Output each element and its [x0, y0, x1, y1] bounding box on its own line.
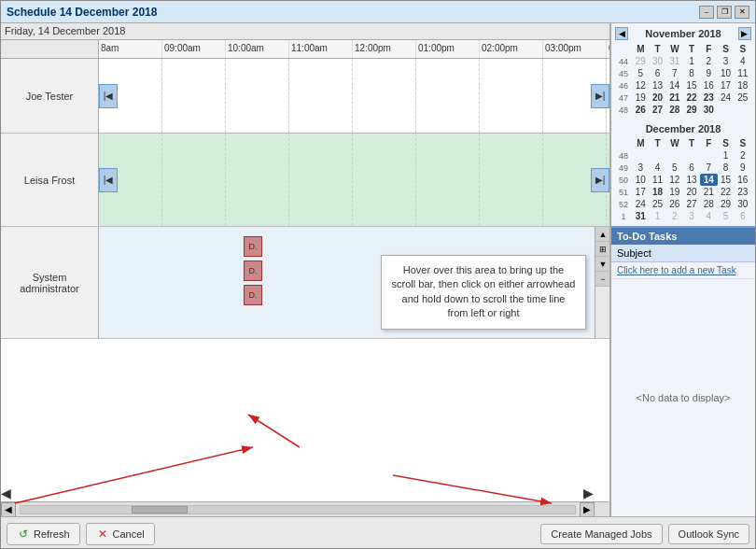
nov-next-btn[interactable]: ▶	[738, 27, 751, 40]
dec-30[interactable]: 30	[735, 198, 751, 210]
nov-30b[interactable]: 30	[700, 104, 717, 116]
nov-20[interactable]: 20	[650, 92, 666, 104]
dec-31[interactable]: 31	[632, 210, 649, 222]
h-scroll-left[interactable]: ◀	[1, 502, 16, 517]
leisa-schedule-cells[interactable]: |◀ ▶|	[99, 134, 609, 226]
nov-22[interactable]: 22	[683, 92, 700, 104]
dec-8[interactable]: 8	[718, 162, 735, 174]
dec-23[interactable]: 23	[735, 186, 751, 198]
dec-jan3[interactable]: 3	[683, 210, 700, 222]
dec-13[interactable]: 13	[683, 174, 700, 186]
nov-13[interactable]: 13	[650, 79, 666, 92]
joe-nav-right[interactable]: ▶|	[591, 84, 609, 108]
v-scroll-down[interactable]: ▼	[595, 257, 609, 272]
dec-15[interactable]: 15	[718, 174, 735, 186]
nov-11[interactable]: 11	[735, 67, 751, 79]
nov-18[interactable]: 18	[735, 79, 751, 92]
dec-jan4[interactable]: 4	[700, 210, 717, 222]
h-scroll-right[interactable]: ▶	[580, 502, 595, 517]
dec-9[interactable]: 9	[735, 162, 751, 174]
dec-jan2[interactable]: 2	[666, 210, 683, 222]
close-button[interactable]: ✕	[735, 6, 749, 19]
dec-24[interactable]: 24	[632, 198, 649, 210]
nov-10[interactable]: 10	[718, 67, 735, 79]
dec-jan1[interactable]: 1	[650, 210, 666, 222]
dec-4[interactable]: 4	[650, 162, 666, 174]
nov-23[interactable]: 23	[700, 92, 717, 104]
leisa-nav-left[interactable]: |◀	[99, 168, 118, 192]
dec-18[interactable]: 18	[650, 186, 666, 198]
dec-16[interactable]: 16	[735, 174, 751, 186]
leisa-nav-right[interactable]: ▶|	[591, 168, 609, 192]
outlook-sync-button[interactable]: Outlook Sync	[668, 524, 749, 544]
create-jobs-button[interactable]: Create Managed Jobs	[540, 524, 662, 544]
nov-14[interactable]: 14	[666, 79, 683, 92]
nov-31[interactable]: 31	[666, 55, 683, 67]
nov-3[interactable]: 3	[718, 55, 735, 67]
task-block-1[interactable]: D.	[244, 236, 262, 257]
dec-10[interactable]: 10	[632, 174, 649, 186]
minimize-button[interactable]: –	[699, 6, 714, 19]
h-scrollbar-thumb[interactable]	[132, 506, 188, 514]
dec-17[interactable]: 17	[632, 186, 649, 198]
joe-schedule-cells[interactable]: |◀ ▶|	[99, 59, 609, 133]
dec-22[interactable]: 22	[718, 186, 735, 198]
nov-17[interactable]: 17	[718, 79, 735, 92]
nov-21[interactable]: 21	[666, 92, 683, 104]
nov-29b[interactable]: 29	[683, 104, 700, 116]
dec-2[interactable]: 2	[735, 149, 751, 162]
dec-5[interactable]: 5	[666, 162, 683, 174]
restore-button[interactable]: ❐	[717, 6, 732, 19]
dec-29[interactable]: 29	[718, 198, 735, 210]
v-scroll-expand[interactable]: ⊞	[595, 242, 609, 257]
dec-28[interactable]: 28	[700, 198, 717, 210]
dec-14-today[interactable]: 14	[700, 174, 717, 186]
nov-16[interactable]: 16	[700, 79, 717, 92]
dec-19[interactable]: 19	[666, 186, 683, 198]
dec-1[interactable]: 1	[718, 149, 735, 162]
nov-19[interactable]: 19	[632, 92, 649, 104]
nov-26[interactable]: 26	[632, 104, 649, 116]
nov-28[interactable]: 28	[666, 104, 683, 116]
dec-7[interactable]: 7	[700, 162, 717, 174]
nov-24[interactable]: 24	[718, 92, 735, 104]
todo-add-task[interactable]: Click here to add a new Task	[611, 262, 755, 279]
nov-27[interactable]: 27	[650, 104, 666, 116]
nov-2[interactable]: 2	[700, 55, 717, 67]
sysadmin-schedule-cells[interactable]: D. D. D. Hover over this area to bring u…	[99, 227, 609, 338]
nov-8[interactable]: 8	[683, 67, 700, 79]
dec-11[interactable]: 11	[650, 174, 666, 186]
nov-6[interactable]: 6	[650, 67, 666, 79]
nov-12[interactable]: 12	[632, 79, 649, 92]
joe-nav-left[interactable]: |◀	[99, 84, 118, 108]
dec-25[interactable]: 25	[650, 198, 666, 210]
v-scroll-minus[interactable]: −	[595, 272, 609, 287]
nov-25[interactable]: 25	[735, 92, 751, 104]
nov-29[interactable]: 29	[632, 55, 649, 67]
dec-21[interactable]: 21	[700, 186, 717, 198]
nov-7[interactable]: 7	[666, 67, 683, 79]
dec-20[interactable]: 20	[683, 186, 700, 198]
nov-prev-btn[interactable]: ◀	[615, 27, 628, 40]
dec-27[interactable]: 27	[683, 198, 700, 210]
nov-30[interactable]: 30	[650, 55, 666, 67]
task-block-3[interactable]: D.	[244, 285, 262, 305]
nov-9[interactable]: 9	[700, 67, 717, 79]
dec-jan5[interactable]: 5	[718, 210, 735, 222]
dec-26[interactable]: 26	[666, 198, 683, 210]
dec-6[interactable]: 6	[683, 162, 700, 174]
nov-th-t1: T	[650, 43, 666, 55]
dec-12[interactable]: 12	[666, 174, 683, 186]
nov-5[interactable]: 5	[632, 67, 649, 79]
v-scroll-area: ▲ ⊞ ▼ −	[595, 227, 609, 338]
dec-jan6[interactable]: 6	[735, 210, 751, 222]
nov-4[interactable]: 4	[735, 55, 751, 67]
h-scrollbar-track[interactable]	[20, 505, 576, 514]
cancel-button[interactable]: ✕ Cancel	[86, 523, 155, 545]
dec-3[interactable]: 3	[632, 162, 649, 174]
nov-1[interactable]: 1	[683, 55, 700, 67]
refresh-button[interactable]: ↺ Refresh	[7, 523, 80, 545]
nov-15[interactable]: 15	[683, 79, 700, 92]
v-scroll-up[interactable]: ▲	[595, 227, 609, 242]
task-block-2[interactable]: D.	[244, 260, 262, 281]
